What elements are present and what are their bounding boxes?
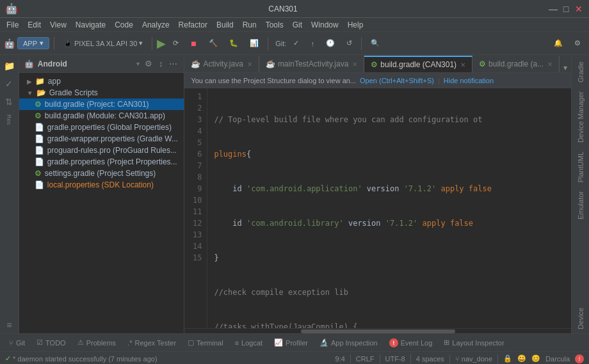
title-bar-title: CAN301: [268, 4, 297, 13]
bottom-tab-problems[interactable]: ⚠ Problems: [72, 335, 121, 351]
project-collapse-button[interactable]: ↕: [157, 58, 165, 70]
menu-navigate[interactable]: Navigate: [72, 19, 109, 31]
menu-view[interactable]: View: [46, 19, 70, 31]
bottom-tab-terminal[interactable]: ▢ Terminal: [182, 335, 229, 351]
notification-separator: |: [438, 77, 440, 84]
notifications-badge[interactable]: !: [575, 354, 584, 363]
project-panel: 🤖 Android ▾ ⚙ ↕ ⋯ ▶ 📁 app ▼ 📂 Gradle Scr…: [19, 55, 185, 333]
sidebar-item-plantuml[interactable]: PlantUML: [576, 148, 586, 186]
menu-run[interactable]: Run: [239, 19, 261, 31]
tab-build-gradle-2[interactable]: ⚙ build.gradle (a... ✕: [472, 56, 560, 72]
minimize-button[interactable]: —: [548, 4, 558, 14]
stop-button[interactable]: ⏹: [186, 36, 202, 51]
code-content[interactable]: // Top-level build file where you can ad…: [207, 88, 571, 328]
sidebar-item-structure[interactable]: ≡: [1, 317, 17, 333]
git-branch[interactable]: ⑂ nav_done: [455, 355, 492, 363]
tab-close-2[interactable]: ✕: [460, 61, 465, 68]
tree-item-file-6[interactable]: ⚙ settings.gradle (Project Settings): [19, 168, 184, 179]
tree-item-file-7[interactable]: 📄 local.properties (SDK Location): [19, 179, 184, 191]
menu-build[interactable]: Build: [213, 19, 238, 31]
bottom-tab-layout-inspector[interactable]: ⊞ Layout Inspector: [439, 335, 509, 351]
close-button[interactable]: ✕: [574, 4, 584, 14]
toolbar-sep-4: [361, 37, 362, 50]
cursor-position[interactable]: 9:4: [335, 355, 345, 363]
notification-link-hide[interactable]: Hide notification: [444, 77, 494, 84]
bottom-tab-logcat[interactable]: ≡ Logcat: [230, 335, 268, 351]
tree-item-root[interactable]: ▶ 📁 app: [19, 75, 184, 87]
bottom-tab-git[interactable]: ⑂ Git: [4, 335, 30, 351]
sidebar-item-pull-requests[interactable]: ⇅: [1, 93, 17, 110]
sidebar-item-emulator[interactable]: Emulator: [576, 187, 586, 223]
git-history-button[interactable]: 🕐: [321, 36, 339, 51]
debug-button[interactable]: 🐛: [225, 36, 243, 51]
menu-help[interactable]: Help: [344, 19, 367, 31]
sidebar-item-resource-manager[interactable]: Res: [1, 111, 17, 128]
bottom-tab-event-log[interactable]: ! Event Log: [384, 335, 438, 351]
tab-close-1[interactable]: ✕: [352, 61, 357, 68]
tab-close-3[interactable]: ✕: [547, 61, 553, 68]
sync-button[interactable]: 🔨: [204, 36, 222, 51]
profile-button[interactable]: 📊: [245, 36, 263, 51]
search-everywhere-button[interactable]: 🔍: [366, 36, 384, 51]
git-push-button[interactable]: ↑: [306, 36, 319, 51]
notifications-button[interactable]: 🔔: [549, 36, 567, 51]
username[interactable]: Darcula: [545, 355, 570, 363]
git-undo-button[interactable]: ↺: [342, 36, 357, 51]
tree-item-file-1[interactable]: ⚙ build.gradle (Module: CAN301.app): [19, 110, 184, 122]
app-selector-button[interactable]: APP ▾: [17, 37, 49, 49]
tab-close-0[interactable]: ✕: [247, 61, 252, 68]
sidebar-item-commit[interactable]: ✓: [1, 75, 17, 92]
sidebar-item-device-manager[interactable]: Device Manager: [576, 88, 586, 146]
bottom-tab-label-todo: TODO: [45, 339, 66, 347]
bottom-tab-profiler[interactable]: 📈 Profiler: [269, 335, 313, 351]
menu-tools[interactable]: Tools: [262, 19, 287, 31]
bottom-tab-app-inspection[interactable]: 🔬 App Inspection: [314, 335, 383, 351]
sidebar-item-project[interactable]: 📁: [1, 58, 17, 74]
sidebar-item-device[interactable]: Device: [576, 304, 586, 333]
rerun-button[interactable]: ⟳: [168, 36, 183, 51]
tab-activity-java[interactable]: ☕ Activity.java ✕: [184, 56, 259, 72]
tree-item-file-4[interactable]: 📄 proguard-rules.pro (ProGuard Rules...: [19, 145, 184, 156]
todo-icon: ☑: [36, 338, 43, 347]
tree-item-gradle-scripts[interactable]: ▼ 📂 Gradle Scripts: [19, 87, 184, 99]
editor-tabs: ☕ Activity.java ✕ ☕ mainTestActivity.jav…: [184, 55, 571, 73]
code-editor[interactable]: 1 2 3 4 5 6 7 8 9 10 11 12 13 14 15 // T…: [184, 88, 571, 328]
encoding[interactable]: UTF-8: [385, 355, 405, 363]
menu-edit[interactable]: Edit: [24, 19, 45, 31]
status-right: 9:4 CRLF UTF-8 4 spaces ⑂ nav_done 🔒 😀 😊…: [335, 354, 584, 363]
local-file-icon-7: 📄: [35, 180, 44, 189]
sidebar-item-gradle[interactable]: Gradle: [576, 58, 586, 86]
h-scrollbar[interactable]: [184, 328, 571, 333]
git-update-button[interactable]: ✓: [289, 36, 303, 51]
tab-main-test-java[interactable]: ☕ mainTestActivity.java ✕: [259, 56, 364, 72]
run-button[interactable]: ▶: [157, 36, 166, 51]
menu-git[interactable]: Git: [289, 19, 306, 31]
tree-item-file-5[interactable]: 📄 gradle.properties (Project Properties.…: [19, 156, 184, 168]
bottom-tab-todo[interactable]: ☑ TODO: [31, 335, 71, 351]
tree-item-file-0[interactable]: ⚙ build.gradle (Project: CAN301): [19, 99, 184, 110]
bottom-tab-regex-tester[interactable]: .* Regex Tester: [122, 335, 181, 351]
menu-refactor[interactable]: Refactor: [175, 19, 211, 31]
tab-overflow-button[interactable]: ▾: [560, 63, 571, 72]
project-more-button[interactable]: ⋯: [168, 58, 179, 70]
project-settings-button[interactable]: ⚙: [143, 58, 154, 70]
right-sidebar: Gradle Device Manager PlantUML Emulator …: [571, 55, 589, 333]
chevron-down-icon: ▾: [40, 39, 44, 47]
menu-window[interactable]: Window: [307, 19, 343, 31]
settings-button[interactable]: ⚙: [570, 36, 585, 51]
tree-item-file-2[interactable]: 📄 gradle.properties (Global Properties): [19, 122, 184, 133]
line-num-10: 10: [184, 194, 202, 206]
menu-code[interactable]: Code: [111, 19, 137, 31]
menu-file[interactable]: File: [3, 19, 22, 31]
tab-build-gradle[interactable]: ⚙ build.gradle (CAN301) ✕: [364, 56, 472, 72]
tree-item-file-3[interactable]: 📄 gradle-wrapper.properties (Gradle W...: [19, 133, 184, 145]
line-num-4: 4: [184, 125, 202, 137]
indent[interactable]: 4 spaces: [416, 355, 444, 363]
device-selector-button[interactable]: 📱 PIXEL 3A XL API 30 ▾: [59, 36, 147, 51]
notification-bar: You can use the Project Structure dialog…: [184, 73, 571, 88]
line-ending[interactable]: CRLF: [356, 355, 375, 363]
menu-analyze[interactable]: Analyze: [138, 19, 173, 31]
notification-link-open[interactable]: Open (Ctrl+Alt+Shift+S): [360, 77, 434, 84]
status-sep-3: [410, 354, 411, 363]
maximize-button[interactable]: □: [561, 4, 571, 14]
